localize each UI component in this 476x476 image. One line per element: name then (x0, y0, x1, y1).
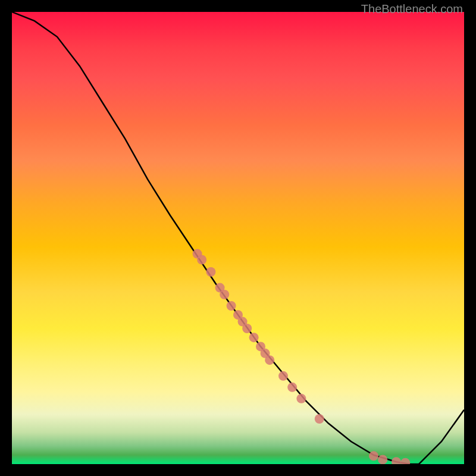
svg-point-17 (369, 451, 378, 461)
svg-point-20 (400, 458, 410, 464)
svg-point-15 (296, 394, 306, 403)
svg-point-19 (392, 457, 401, 464)
svg-point-5 (227, 301, 236, 311)
svg-point-14 (287, 383, 297, 392)
watermark-text: TheBottleneck.com (361, 2, 463, 16)
svg-point-9 (249, 333, 259, 342)
svg-point-12 (265, 355, 274, 365)
svg-point-1 (197, 255, 206, 265)
svg-point-4 (220, 290, 229, 299)
svg-point-2 (206, 267, 215, 277)
svg-point-18 (378, 455, 387, 464)
chart-overlay (12, 12, 464, 464)
svg-point-16 (315, 414, 324, 424)
svg-point-8 (242, 324, 252, 333)
scatter-points (193, 249, 411, 464)
line-series (12, 12, 464, 464)
svg-point-13 (278, 371, 288, 381)
